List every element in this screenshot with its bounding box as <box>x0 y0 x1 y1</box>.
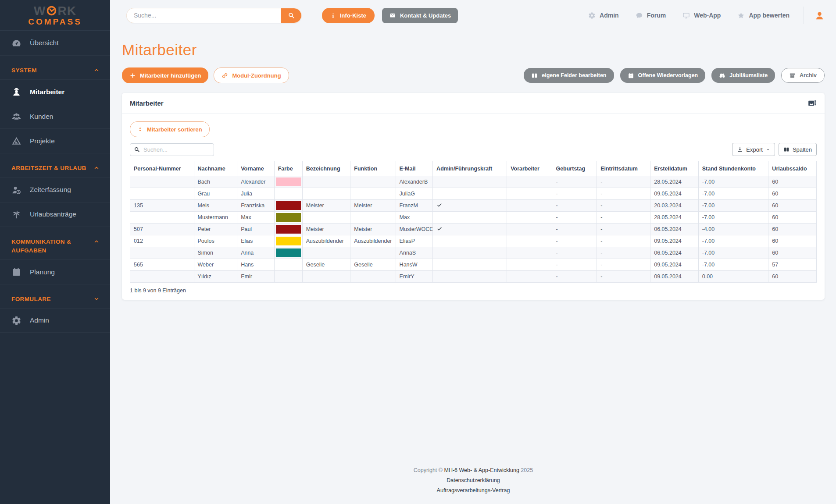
privacy-link[interactable]: Datenschutzerklärung <box>447 477 500 483</box>
sidebar-item-admin[interactable]: Admin <box>0 308 110 333</box>
column-header-e-mail[interactable]: E-Mail <box>396 161 433 176</box>
table-search-input[interactable] <box>130 143 214 156</box>
eigene-felder-bearbeiten-button[interactable]: eigene Felder bearbeiten <box>524 68 614 83</box>
table-cell: Franziska <box>237 200 275 212</box>
offene-wiedervorlagen-button[interactable]: Offene Wiedervorlagen <box>620 68 706 83</box>
sidebar-item-label: Kunden <box>30 113 53 121</box>
global-search-input[interactable] <box>127 8 281 23</box>
table-cell <box>302 176 350 188</box>
table-cell: Emir <box>237 271 275 283</box>
table-cell <box>130 212 194 224</box>
table-cell-admin <box>433 235 507 247</box>
sidebar-item-mitarbeiter[interactable]: Mitarbeiter <box>0 79 110 104</box>
button-label: eigene Felder bearbeiten <box>542 72 606 78</box>
table-cell-admin <box>433 247 507 259</box>
table-row[interactable]: YıldızEmirEmirY--09.05.20240.0060 <box>130 271 817 283</box>
column-header-stand-stundenkonto[interactable]: Stand Stundenkonto <box>698 161 768 176</box>
columns-button[interactable]: Spalten <box>779 143 817 156</box>
table-cell-admin <box>433 188 507 200</box>
column-header-bezeichnung[interactable]: Bezeichnung <box>302 161 350 176</box>
color-swatch <box>276 201 301 210</box>
table-cell: Anna <box>237 247 275 259</box>
user-avatar-icon[interactable] <box>815 11 825 21</box>
modul-zuordnung-button[interactable]: Modul-Zuordnung <box>214 67 289 83</box>
table-info: 1 bis 9 von 9 Einträgen <box>130 287 817 294</box>
sidebar-item-ubersicht[interactable]: Übersicht <box>0 31 110 55</box>
table-cell: 28.05.2024 <box>650 176 699 188</box>
table-row[interactable]: 135MeisFranziskaMeisterMeisterFranzM--20… <box>130 200 817 212</box>
sidebar-item-kunden[interactable]: Kunden <box>0 104 110 128</box>
table-cell-farbe <box>274 259 302 271</box>
sidebar-item-urlaubsantrage[interactable]: Urlaubsanträge <box>0 202 110 227</box>
table-cell: - <box>552 271 597 283</box>
sort-employees-button[interactable]: Mitarbeiter sortieren <box>130 121 210 137</box>
sidebar-section-formulare[interactable]: FORMULARE <box>0 284 110 308</box>
slideshow-icon[interactable] <box>807 99 817 108</box>
button-label: Archiv <box>800 72 817 78</box>
column-header-vorname[interactable]: Vorname <box>237 161 275 176</box>
table-cell: 20.03.2024 <box>650 200 699 212</box>
table-row[interactable]: SimonAnnaAnnaS--06.05.2024-7.0060 <box>130 247 817 259</box>
topnav-web-app[interactable]: Web-App <box>682 12 721 19</box>
table-cell <box>130 271 194 283</box>
table-cell <box>507 259 552 271</box>
table-cell: 09.05.2024 <box>650 235 699 247</box>
sidebar: W RK COMPASS ÜbersichtSYSTEMMitarbeiterK… <box>0 0 110 504</box>
column-header-erstelldatum[interactable]: Erstelldatum <box>650 161 699 176</box>
topnav-admin[interactable]: Admin <box>588 12 619 19</box>
sidebar-section-arbeitszeit-urlaub[interactable]: ARBEITSZEIT & URLAUB <box>0 153 110 177</box>
table-cell: -7.00 <box>698 188 768 200</box>
archiv-button[interactable]: Archiv <box>781 68 825 83</box>
global-search-button[interactable] <box>281 8 301 23</box>
table-row[interactable]: 565WeberHansGeselleGeselleHansW--09.05.2… <box>130 259 817 271</box>
table-cell: - <box>597 188 650 200</box>
column-header-vorarbeiter[interactable]: Vorarbeiter <box>507 161 552 176</box>
table-row[interactable]: 012PoulosEliasAuszubildenderAuszubildend… <box>130 235 817 247</box>
table-cell: Meister <box>302 224 350 235</box>
sidebar-section-kommunikation-aufgaben[interactable]: KOMMUNIKATION & AUFGABEN <box>0 227 110 260</box>
table-cell: Grau <box>194 188 237 200</box>
info-kiste-button[interactable]: Info-Kiste <box>322 8 375 23</box>
kontakt-updates-button[interactable]: Kontakt & Updates <box>382 8 458 23</box>
table-cell: 60 <box>768 247 817 259</box>
column-header-funktion[interactable]: Funktion <box>350 161 396 176</box>
column-header-admin-fuhrungskraft[interactable]: Admin/Führungskraft <box>433 161 507 176</box>
company-link[interactable]: MH-6 Web- & App-Entwicklung <box>444 467 519 473</box>
archive-icon <box>789 72 796 79</box>
sidebar-section-system[interactable]: SYSTEM <box>0 55 110 79</box>
palm-tree-icon <box>11 209 21 220</box>
mitarbeiter-hinzufugen-button[interactable]: Mitarbeiter hinzufügen <box>122 67 208 83</box>
sidebar-item-planung[interactable]: Planung <box>0 259 110 284</box>
jubilaumsliste-button[interactable]: Jubiläumsliste <box>711 68 775 83</box>
table-row[interactable]: 507PeterPaulMeisterMeisterMusterWOCO--06… <box>130 224 817 235</box>
column-header-nachname[interactable]: Nachname <box>194 161 237 176</box>
color-swatch <box>276 237 301 245</box>
export-button[interactable]: Export <box>732 143 775 156</box>
table-row[interactable]: BachAlexanderAlexanderB--28.05.2024-7.00… <box>130 176 817 188</box>
card-header: Mitarbeiter <box>122 93 825 114</box>
topnav-app-bewerten[interactable]: App bewerten <box>737 12 790 19</box>
sidebar-item-projekte[interactable]: Projekte <box>0 128 110 153</box>
table-cell: 012 <box>130 235 194 247</box>
table-cell: Mustermann <box>194 212 237 224</box>
table-cell: - <box>552 247 597 259</box>
table-row[interactable]: GrauJuliaJuliaG--09.05.2024-7.0060 <box>130 188 817 200</box>
topnav-forum[interactable]: Forum <box>636 12 666 19</box>
column-header-urlaubssaldo[interactable]: Urlaubssaldo <box>768 161 817 176</box>
sidebar-item-zeiterfassung[interactable]: Zeiterfassung <box>0 177 110 202</box>
table-row[interactable]: MustermannMaxMax--28.05.2024-7.0060 <box>130 212 817 224</box>
sidebar-nav: ÜbersichtSYSTEMMitarbeiterKundenProjekte… <box>0 31 110 504</box>
table-cell <box>507 247 552 259</box>
table-cell: AlexanderB <box>396 176 433 188</box>
dpa-link[interactable]: Auftragsverarbeitungs-Vertrag <box>437 487 510 493</box>
export-label: Export <box>746 146 763 153</box>
color-swatch <box>276 213 301 222</box>
column-header-geburtstag[interactable]: Geburtstag <box>552 161 597 176</box>
table-cell <box>507 235 552 247</box>
primary-actions: Mitarbeiter hinzufügenModul-Zuordnung <box>122 67 289 83</box>
column-header-farbe[interactable]: Farbe <box>274 161 302 176</box>
brand-logo[interactable]: W RK COMPASS <box>0 0 110 31</box>
column-header-personal-nummer[interactable]: Personal-Nummer <box>130 161 194 176</box>
sidebar-item-label: Urlaubsanträge <box>30 210 76 218</box>
column-header-eintrittsdatum[interactable]: Eintrittsdatum <box>597 161 650 176</box>
